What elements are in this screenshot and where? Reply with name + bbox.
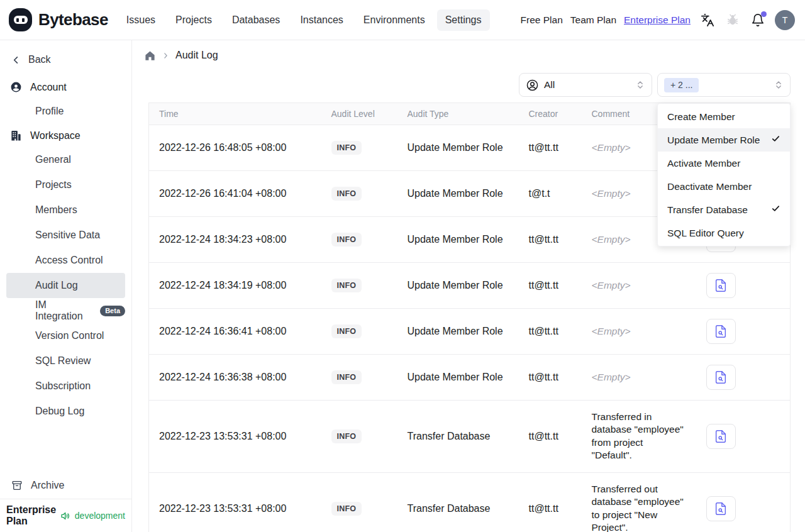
column-header-audit-level: Audit Level <box>321 103 397 125</box>
menu-item-label: Update Member Role <box>667 135 760 146</box>
notifications-bell-icon[interactable] <box>750 12 766 28</box>
select-chevrons-icon <box>635 80 645 90</box>
brand-name: Bytebase <box>38 10 108 30</box>
sidebar-item-audit-log[interactable]: Audit Log <box>6 273 125 298</box>
person-icon <box>526 79 539 92</box>
sidebar-item-sensitive-data[interactable]: Sensitive Data <box>6 223 125 248</box>
table-row: 2022-12-23 13:53:31 +08:00INFOTransfer D… <box>149 472 791 532</box>
breadcrumb-current[interactable]: Audit Log <box>175 50 218 61</box>
file-search-icon <box>714 324 728 338</box>
sidebar-item-general[interactable]: General <box>6 147 125 172</box>
cell-audit-type: Update Member Role <box>397 355 519 401</box>
cell-comment: Transferred out database "employee" to p… <box>582 472 696 532</box>
home-icon[interactable] <box>143 49 156 62</box>
view-payload-button[interactable] <box>706 496 736 521</box>
menu-item-sql-editor-query[interactable]: SQL Editor Query <box>658 221 790 245</box>
sidebar-item-label: IM Integration <box>35 299 96 322</box>
cell-creator: tt@tt.tt <box>519 401 582 473</box>
check-icon <box>771 134 780 143</box>
audit-level-badge: INFO <box>331 233 362 247</box>
cell-actions <box>696 309 791 355</box>
nav-link-environments[interactable]: Environments <box>355 9 433 31</box>
cell-creator: tt@tt.tt <box>519 217 582 263</box>
bug-report-icon[interactable] <box>724 12 741 28</box>
check-icon-wrap <box>771 134 780 146</box>
sidebar-item-access-control[interactable]: Access Control <box>6 248 125 273</box>
creator-filter-value: All <box>544 79 555 91</box>
workspace-icon <box>10 130 22 141</box>
plan-link-team-plan[interactable]: Team Plan <box>570 14 616 26</box>
cell-audit-level: INFO <box>321 125 397 171</box>
menu-item-label: Activate Member <box>667 158 740 169</box>
audit-type-filter: + 2 ... Create MemberUpdate Member RoleA… <box>657 73 791 97</box>
cell-audit-type: Transfer Database <box>397 472 519 532</box>
cell-creator: tt@tt.tt <box>519 263 582 309</box>
view-payload-button[interactable] <box>706 273 736 298</box>
sidebar-item-archive[interactable]: Archive <box>0 474 131 499</box>
table-row: 2022-12-24 16:36:41 +08:00INFOUpdate Mem… <box>149 309 791 355</box>
back-button[interactable]: Back <box>0 49 131 75</box>
view-payload-button[interactable] <box>706 319 736 344</box>
back-label: Back <box>28 54 51 65</box>
menu-item-create-member[interactable]: Create Member <box>658 105 790 128</box>
sidebar-item-label: SQL Review <box>35 355 91 367</box>
main-content: Audit Log All + 2 ... Create MemberUpdat… <box>132 40 805 532</box>
sidebar-item-label: Access Control <box>35 255 103 266</box>
sidebar-item-members[interactable]: Members <box>6 197 125 223</box>
sidebar-item-subscription[interactable]: Subscription <box>6 374 125 399</box>
table-row: 2022-12-24 16:36:38 +08:00INFOUpdate Mem… <box>149 355 791 401</box>
sidebar-item-debug-log[interactable]: Debug Log <box>6 399 125 424</box>
audit-type-filter-select[interactable]: + 2 ... <box>657 73 791 97</box>
nav-link-instances[interactable]: Instances <box>292 9 351 31</box>
cell-comment: Transferred in database "employee" from … <box>582 401 696 473</box>
cell-creator: t@t.t <box>519 171 582 217</box>
sidebar-item-label: Profile <box>35 106 64 117</box>
sidebar-item-profile[interactable]: Profile <box>6 99 125 124</box>
avatar[interactable]: T <box>775 10 795 30</box>
workspace-items: GeneralProjectsMembersSensitive DataAcce… <box>0 147 131 424</box>
column-header-creator: Creator <box>519 103 582 125</box>
cell-audit-level: INFO <box>321 309 397 355</box>
filter-row: All + 2 ... Create MemberUpdate Member R… <box>132 73 791 97</box>
view-payload-button[interactable] <box>706 424 736 449</box>
menu-item-deactivate-member[interactable]: Deactivate Member <box>658 175 790 198</box>
nav-link-projects[interactable]: Projects <box>167 9 220 31</box>
sidebar-section-workspace: Workspace <box>0 124 131 147</box>
account-title: Account <box>30 82 67 93</box>
speaker-icon <box>60 510 71 521</box>
nav-link-issues[interactable]: Issues <box>118 9 164 31</box>
cell-comment: <Empty> <box>582 355 696 401</box>
menu-item-label: SQL Editor Query <box>667 228 744 239</box>
sidebar-item-im-integration[interactable]: IM IntegrationBeta <box>6 298 125 323</box>
creator-filter-select[interactable]: All <box>519 73 652 97</box>
sidebar-item-sql-review[interactable]: SQL Review <box>6 348 125 374</box>
check-icon <box>771 204 780 213</box>
audit-level-badge: INFO <box>331 502 362 516</box>
cell-audit-type: Update Member Role <box>397 309 519 355</box>
menu-item-update-member-role[interactable]: Update Member Role <box>658 128 790 152</box>
plan-link-enterprise-plan[interactable]: Enterprise Plan <box>624 14 691 26</box>
bytebase-logo-icon <box>9 8 32 31</box>
sidebar-item-label: Debug Log <box>35 406 84 417</box>
table-row: 2022-12-24 18:34:19 +08:00INFOUpdate Mem… <box>149 263 791 309</box>
cell-comment: <Empty> <box>582 309 696 355</box>
bytebase-logo[interactable]: Bytebase <box>9 8 108 31</box>
cell-time: 2022-12-24 16:36:38 +08:00 <box>149 355 321 401</box>
menu-item-activate-member[interactable]: Activate Member <box>658 152 790 175</box>
nav-link-databases[interactable]: Databases <box>224 9 289 31</box>
plan-link-free-plan[interactable]: Free Plan <box>521 14 563 26</box>
breadcrumb: Audit Log <box>132 40 805 64</box>
cell-creator: tt@tt.tt <box>519 125 582 171</box>
cell-actions <box>696 401 791 473</box>
file-search-icon <box>714 279 728 292</box>
check-icon-wrap <box>771 204 780 216</box>
nav-links: IssuesProjectsDatabasesInstancesEnvironm… <box>118 9 490 31</box>
language-icon[interactable] <box>699 12 716 28</box>
view-payload-button[interactable] <box>706 365 736 390</box>
sidebar-item-version-control[interactable]: Version Control <box>6 323 125 348</box>
nav-link-settings[interactable]: Settings <box>437 9 490 31</box>
sidebar-item-label: Audit Log <box>35 280 78 291</box>
menu-item-transfer-database[interactable]: Transfer Database <box>658 198 790 221</box>
sidebar-item-projects[interactable]: Projects <box>6 172 125 197</box>
audit-level-badge: INFO <box>331 429 362 443</box>
